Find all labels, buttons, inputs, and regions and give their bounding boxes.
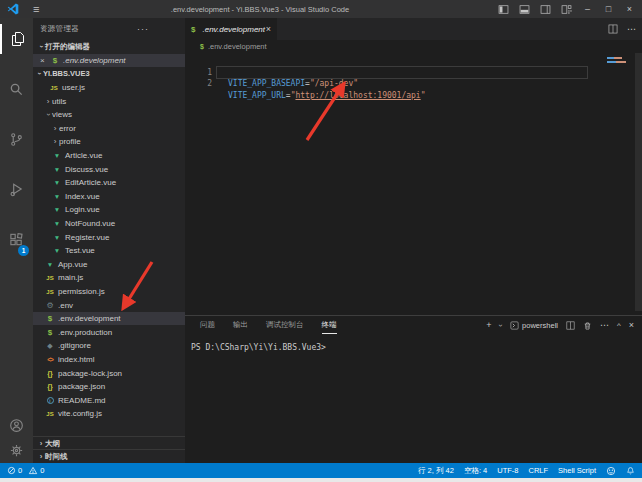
panel-tab-输出[interactable]: 输出 bbox=[233, 318, 248, 333]
vue-file-icon: ▼ bbox=[52, 206, 62, 213]
extensions-icon[interactable]: 1 bbox=[0, 224, 33, 254]
tree-item-EditArticle.vue[interactable]: ▼EditArticle.vue bbox=[33, 176, 185, 190]
kill-terminal-icon[interactable] bbox=[583, 321, 592, 331]
breadcrumb-item[interactable]: .env.development bbox=[208, 42, 267, 51]
tree-item-user.js[interactable]: JSuser.js bbox=[33, 81, 185, 95]
menu-icon[interactable]: ≡ bbox=[33, 0, 39, 18]
tree-item-Article.vue[interactable]: ▼Article.vue bbox=[33, 149, 185, 163]
warning-icon bbox=[28, 466, 38, 475]
tree-item-error[interactable]: ›error bbox=[33, 122, 185, 136]
shell-file-icon: $ bbox=[200, 43, 204, 50]
feedback-smiley-icon[interactable] bbox=[606, 466, 616, 476]
notifications-bell-icon[interactable] bbox=[626, 466, 635, 476]
shell-file-icon: $ bbox=[45, 328, 55, 337]
error-icon bbox=[7, 466, 16, 475]
panel-tab-问题[interactable]: 问题 bbox=[200, 318, 215, 333]
file-label: README.md bbox=[58, 396, 106, 405]
file-label: Register.vue bbox=[65, 233, 109, 242]
run-debug-icon[interactable] bbox=[0, 174, 33, 204]
url-link[interactable]: http://localhost:19001/api bbox=[295, 91, 420, 100]
source-control-icon[interactable] bbox=[0, 124, 33, 154]
vue-file-icon: ▼ bbox=[52, 152, 62, 159]
search-icon[interactable] bbox=[0, 74, 33, 104]
file-label: Article.vue bbox=[65, 151, 102, 160]
minimize-button[interactable]: – bbox=[577, 0, 598, 18]
tree-item-Discuss.vue[interactable]: ▼Discuss.vue bbox=[33, 162, 185, 176]
breadcrumb[interactable]: $ .env.development bbox=[185, 40, 642, 53]
tree-item-App.vue[interactable]: ▼App.vue bbox=[33, 258, 185, 272]
cursor-position-status[interactable]: 行 2, 列 42 bbox=[418, 466, 454, 476]
tree-item-.env[interactable]: ⚙.env bbox=[33, 298, 185, 312]
tree-item-package-lock.json[interactable]: {}package-lock.json bbox=[33, 366, 185, 380]
panel-tab-调试控制台[interactable]: 调试控制台 bbox=[266, 318, 304, 333]
close-editor-icon[interactable]: × bbox=[40, 56, 50, 65]
problems-status[interactable]: 0 0 bbox=[7, 466, 44, 475]
workspace-header[interactable]: › YI.BBS.VUE3 bbox=[33, 67, 185, 81]
minimap[interactable] bbox=[607, 61, 626, 63]
split-editor-icon[interactable] bbox=[608, 24, 618, 34]
file-label: utils bbox=[52, 97, 66, 106]
file-label: App.vue bbox=[58, 260, 87, 269]
new-terminal-icon[interactable]: + bbox=[486, 321, 491, 330]
maximize-panel-icon[interactable]: ^ bbox=[617, 321, 621, 330]
editor-area: $ .env.development × ⋯ $ .env.developmen… bbox=[185, 18, 642, 463]
tree-item-permission.js[interactable]: JSpermission.js bbox=[33, 285, 185, 299]
tree-item-vite.config.js[interactable]: JSvite.config.js bbox=[33, 407, 185, 421]
terminal-prompt[interactable]: PS D:\CSharp\Yi\Yi.BBS.Vue3> bbox=[191, 343, 326, 352]
tree-item-main.js[interactable]: JSmain.js bbox=[33, 271, 185, 285]
open-editor-item[interactable]: × $ .env.development bbox=[33, 54, 185, 68]
toggle-secondary-sidebar-icon[interactable] bbox=[535, 0, 556, 18]
editor-scrollbar[interactable] bbox=[635, 53, 642, 311]
tree-item-index.html[interactable]: <>index.html bbox=[33, 353, 185, 367]
tree-item-.env.production[interactable]: $.env.production bbox=[33, 325, 185, 339]
tree-item-.env.development[interactable]: $.env.development bbox=[33, 312, 185, 326]
eol-status[interactable]: CRLF bbox=[528, 466, 548, 475]
tree-item-Index.vue[interactable]: ▼Index.vue bbox=[33, 190, 185, 204]
window-title: .env.development - Yi.BBS.Vue3 - Visual … bbox=[110, 5, 410, 14]
close-panel-icon[interactable]: × bbox=[629, 321, 634, 330]
split-terminal-icon[interactable] bbox=[566, 321, 575, 330]
editor-more-actions-icon[interactable]: ⋯ bbox=[627, 24, 636, 34]
explorer-icon[interactable] bbox=[0, 24, 33, 54]
language-mode-status[interactable]: Shell Script bbox=[558, 466, 596, 475]
toggle-panel-icon[interactable] bbox=[514, 0, 535, 18]
chevron-expanded-icon: › bbox=[37, 43, 46, 51]
maximize-button[interactable]: □ bbox=[598, 0, 619, 18]
js-file-icon: JS bbox=[49, 85, 59, 91]
open-editors-header[interactable]: › 打开的编辑器 bbox=[33, 40, 185, 54]
toggle-sidebar-icon[interactable] bbox=[493, 0, 514, 18]
terminal-shell-selector[interactable]: powershell bbox=[510, 321, 558, 330]
file-label: user.js bbox=[62, 83, 85, 92]
file-label: permission.js bbox=[58, 287, 105, 296]
activity-bar: 1 bbox=[0, 18, 33, 463]
tab-close-icon[interactable]: × bbox=[266, 24, 271, 34]
panel-tabs: 问题输出调试控制台终端 bbox=[200, 316, 337, 335]
code-editor[interactable]: 1 VITE_APP_BASEAPI="/api-dev" 2 VITE_APP… bbox=[185, 53, 642, 315]
close-button[interactable]: × bbox=[619, 0, 640, 18]
tab-env-development[interactable]: $ .env.development × bbox=[185, 18, 277, 40]
tree-item-Login.vue[interactable]: ▼Login.vue bbox=[33, 203, 185, 217]
tree-item-README.md[interactable]: iREADME.md bbox=[33, 393, 185, 407]
timeline-section[interactable]: › 时间线 bbox=[33, 449, 185, 463]
indentation-status[interactable]: 空格: 4 bbox=[464, 466, 487, 476]
tree-item-profile[interactable]: ›profile bbox=[33, 135, 185, 149]
tree-item-.gitignore[interactable]: ◆.gitignore bbox=[33, 339, 185, 353]
panel-more-actions-icon[interactable]: ⋯ bbox=[600, 321, 609, 330]
brace-file-icon: {} bbox=[45, 383, 55, 390]
settings-gear-icon[interactable] bbox=[0, 435, 33, 465]
file-label: main.js bbox=[58, 273, 83, 282]
tree-item-package.json[interactable]: {}package.json bbox=[33, 380, 185, 394]
tree-item-views[interactable]: ›views bbox=[33, 108, 185, 122]
more-actions-icon[interactable]: ··· bbox=[137, 18, 149, 40]
tree-item-Test.vue[interactable]: ▼Test.vue bbox=[33, 244, 185, 258]
panel-tab-终端[interactable]: 终端 bbox=[322, 318, 337, 334]
customize-layout-icon[interactable] bbox=[556, 0, 577, 18]
minimap[interactable] bbox=[607, 57, 622, 59]
terminal-dropdown-icon[interactable]: › bbox=[496, 324, 505, 327]
tree-item-Register.vue[interactable]: ▼Register.vue bbox=[33, 230, 185, 244]
encoding-status[interactable]: UTF-8 bbox=[497, 466, 518, 475]
tree-item-utils[interactable]: ›utils bbox=[33, 94, 185, 108]
file-label: vite.config.js bbox=[58, 409, 102, 418]
tree-item-NotFound.vue[interactable]: ▼NotFound.vue bbox=[33, 217, 185, 231]
status-bar: 0 0 行 2, 列 42 空格: 4 UTF-8 CRLF Shell Scr… bbox=[0, 463, 642, 478]
